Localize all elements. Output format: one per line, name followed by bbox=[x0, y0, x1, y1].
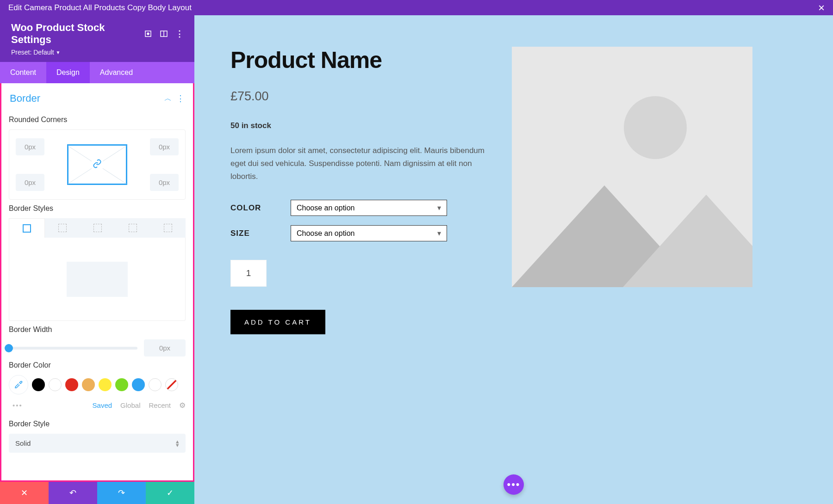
canvas: Product Name £75.00 50 in stock Lorem ip… bbox=[194, 15, 833, 504]
swatch-red[interactable] bbox=[65, 378, 78, 391]
product-name: Product Name bbox=[230, 47, 490, 74]
color-select[interactable]: Choose an option ▾ bbox=[291, 200, 447, 216]
tab-design[interactable]: Design bbox=[46, 62, 90, 83]
cancel-button[interactable]: ✕ bbox=[0, 482, 49, 504]
preset-dropdown[interactable]: Preset: Default ▼ bbox=[11, 49, 61, 56]
more-icon[interactable]: ⋮ bbox=[176, 30, 183, 37]
border-styles-label: Border Styles bbox=[9, 204, 186, 213]
border-width-slider[interactable] bbox=[9, 347, 137, 350]
columns-icon[interactable] bbox=[160, 30, 168, 37]
product-description: Lorem ipsum dolor sit amet, consectetur … bbox=[230, 144, 490, 183]
swatch-yellow[interactable] bbox=[99, 378, 112, 391]
swatch-none[interactable] bbox=[165, 378, 178, 391]
tab-advanced[interactable]: Advanced bbox=[90, 62, 143, 83]
undo-button[interactable]: ↶ bbox=[49, 482, 97, 504]
border-color-label: Border Color bbox=[9, 361, 186, 369]
product-stock: 50 in stock bbox=[230, 121, 490, 130]
color-tab-recent[interactable]: Recent bbox=[149, 401, 171, 409]
settings-sidebar: Woo Product Stock Settings ⋮ Preset: Def… bbox=[0, 15, 194, 504]
swatch-orange[interactable] bbox=[82, 378, 95, 391]
select-arrows-icon: ▴▾ bbox=[176, 440, 179, 447]
border-preview bbox=[9, 238, 186, 321]
size-option-label: SIZE bbox=[230, 229, 277, 238]
swatch-empty[interactable] bbox=[149, 378, 162, 391]
border-left-tab[interactable] bbox=[150, 218, 186, 238]
color-tab-global[interactable]: Global bbox=[120, 401, 140, 409]
settings-tabs: Content Design Advanced bbox=[0, 62, 194, 83]
border-bottom-tab[interactable] bbox=[115, 218, 150, 238]
close-icon[interactable]: × bbox=[818, 1, 825, 14]
border-width-label: Border Width bbox=[9, 326, 186, 334]
settings-title: Woo Product Stock Settings bbox=[11, 22, 144, 46]
rounded-corners-label: Rounded Corners bbox=[9, 116, 186, 124]
page-title: Edit Camera Product All Products Copy Bo… bbox=[8, 3, 192, 12]
swatch-white[interactable] bbox=[49, 378, 62, 391]
quantity-input[interactable]: 1 bbox=[230, 260, 267, 287]
product-image-placeholder bbox=[512, 47, 752, 287]
chevron-down-icon: ▾ bbox=[437, 229, 441, 238]
border-width-input[interactable] bbox=[144, 339, 186, 356]
border-style-tabs bbox=[9, 218, 186, 238]
footer-actions: ✕ ↶ ↷ ✓ bbox=[0, 482, 194, 504]
chevron-down-icon: ▼ bbox=[56, 50, 61, 55]
section-more-icon[interactable]: ⋮ bbox=[176, 97, 185, 101]
swatch-black[interactable] bbox=[32, 378, 45, 391]
top-bar: Edit Camera Product All Products Copy Bo… bbox=[0, 0, 833, 15]
rounded-corners-control bbox=[9, 129, 186, 200]
corner-bottom-left-input[interactable] bbox=[16, 174, 44, 191]
eyedropper-button[interactable] bbox=[9, 375, 28, 394]
border-style-select[interactable]: Solid ▴▾ bbox=[9, 434, 186, 453]
add-to-cart-button[interactable]: ADD TO CART bbox=[230, 310, 325, 334]
color-option-label: COLOR bbox=[230, 203, 277, 213]
corner-top-left-input[interactable] bbox=[16, 138, 44, 155]
save-button[interactable]: ✓ bbox=[146, 482, 194, 504]
color-settings-icon[interactable]: ⚙ bbox=[179, 401, 186, 410]
design-panel: Border ︿ ⋮ Rounded Corners bbox=[0, 83, 194, 482]
border-heading[interactable]: Border bbox=[10, 92, 40, 104]
svg-point-1 bbox=[147, 33, 149, 35]
redo-button[interactable]: ↷ bbox=[97, 482, 146, 504]
swatch-green[interactable] bbox=[115, 378, 128, 391]
corner-top-right-input[interactable] bbox=[150, 138, 179, 155]
chevron-down-icon: ▾ bbox=[437, 203, 441, 212]
border-style-label: Border Style bbox=[9, 420, 186, 428]
size-select[interactable]: Choose an option ▾ bbox=[291, 225, 447, 241]
fab-button[interactable]: ••• bbox=[504, 474, 524, 495]
svg-point-5 bbox=[624, 96, 687, 159]
border-right-tab[interactable] bbox=[80, 218, 115, 238]
color-tab-saved[interactable]: Saved bbox=[93, 401, 112, 409]
settings-header: Woo Product Stock Settings ⋮ Preset: Def… bbox=[0, 15, 194, 62]
tab-content[interactable]: Content bbox=[0, 62, 46, 83]
expand-icon[interactable] bbox=[144, 30, 152, 37]
border-all-tab[interactable] bbox=[9, 218, 45, 238]
color-swatches bbox=[9, 375, 186, 394]
link-corners-toggle[interactable] bbox=[67, 144, 127, 185]
collapse-icon[interactable]: ︿ bbox=[164, 94, 172, 104]
corner-bottom-right-input[interactable] bbox=[150, 174, 179, 191]
link-icon bbox=[92, 158, 103, 171]
color-more-icon[interactable]: ••• bbox=[12, 401, 23, 409]
product-price: £75.00 bbox=[230, 89, 490, 104]
border-top-tab[interactable] bbox=[45, 218, 80, 238]
swatch-blue[interactable] bbox=[132, 378, 145, 391]
